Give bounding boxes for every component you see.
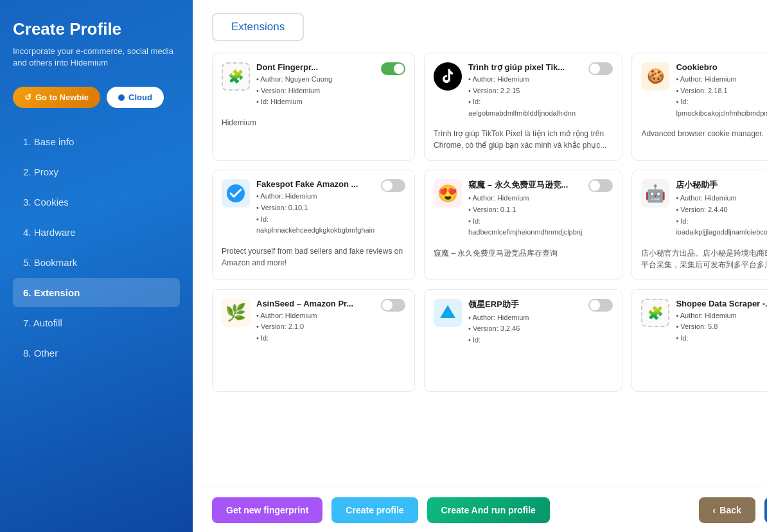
card-header: 🧩 Dont Fingerpr... • Author: Nguyen Cuon… [222, 62, 405, 108]
card-header: 🤖 店小秘助手 • Author: Hidemium • Version: 2.… [641, 179, 767, 238]
extension-version: • Version: 3.2.46 [468, 323, 582, 335]
extensions-tab[interactable]: Extensions [212, 13, 304, 41]
extension-description: Hidemium [222, 117, 405, 129]
extension-info: AsinSeed – Amazon Pr... • Author: Hidemi… [256, 299, 375, 344]
extension-id: • Id: [676, 333, 767, 344]
extension-icon-puzzle: 🧩 [222, 62, 250, 91]
sidebar-item-other[interactable]: 8. Other [13, 339, 180, 368]
card-header: 领星ERP助手 • Author: Hidemium • Version: 3.… [434, 299, 613, 346]
extension-author: • Author: Hidemium [468, 193, 582, 204]
extension-card-asinseed: 🌿 AsinSeed – Amazon Pr... • Author: Hide… [212, 289, 415, 392]
extension-toggle-fakespot[interactable] [381, 179, 405, 192]
extension-name: AsinSeed – Amazon Pr... [256, 299, 375, 308]
extension-info: 窥魔 – 永久免费亚马逊竞... • Author: Hidemium • Ve… [468, 179, 582, 238]
extension-icon-yaomo: 😍 [434, 179, 462, 208]
extension-icon-cookiebro: 🍪 [641, 62, 669, 91]
extension-icon-tiktok [434, 62, 462, 91]
extension-card-shopee: 🧩 Shopee Data Scraper -... • Author: Hid… [631, 289, 767, 392]
extension-name: 店小秘助手 [676, 179, 767, 191]
extension-author: • Author: Hidemium [256, 191, 375, 202]
extension-id: • Id: [256, 333, 375, 344]
create-and-run-button[interactable]: Create And run profile [427, 497, 550, 523]
extension-card-fakespot: Fakespot Fake Amazon ... • Author: Hidem… [212, 170, 415, 279]
extension-info: Shopee Data Scraper -... • Author: Hidem… [676, 299, 767, 344]
extension-version: • Version: 0.1.1 [468, 204, 582, 216]
extension-author: • Author: Hidemium [676, 310, 767, 322]
extension-id: • Id: ioadaikpljjlagoddljnamloiebcoopb [676, 216, 767, 238]
extension-toggle-dont-fingerprint[interactable] [381, 62, 405, 75]
extension-author: • Author: Hidemium [468, 312, 582, 324]
extension-icon-fakespot [222, 179, 250, 208]
extension-id: • Id: [468, 335, 582, 346]
extension-id: • Id: nakplnnackehceedgkgkokbgbmfghain [256, 214, 375, 236]
next-button[interactable]: Next › [764, 497, 767, 523]
app-title: Create Profile [13, 19, 180, 39]
extension-name: Trình trợ giúp pixel Tik... [468, 62, 582, 72]
card-header: 🍪 Cookiebro • Author: Hidemium • Version… [641, 62, 767, 119]
extension-version: • Version: Hidemium [256, 85, 375, 97]
bottom-action-bar: Get new fingerprint Create profile Creat… [193, 488, 767, 532]
extension-id: • Id: lpmockibcakojclnfmhcibmdpmollgn [676, 96, 767, 119]
extension-author: • Author: Hidemium [676, 193, 767, 204]
extension-description: Advanced browser cookie manager. [641, 128, 767, 139]
extension-card-dont-fingerprint: 🧩 Dont Fingerpr... • Author: Nguyen Cuon… [212, 53, 415, 161]
extension-id: • Id: Hidemium [256, 96, 375, 108]
extension-description: Protect yourself from bad sellers and fa… [222, 245, 405, 269]
extension-icon-lingxing [434, 299, 462, 327]
extension-info: 领星ERP助手 • Author: Hidemium • Version: 3.… [468, 299, 582, 346]
card-header: 🧩 Shopee Data Scraper -... • Author: Hid… [641, 299, 767, 344]
sidebar-item-cookies[interactable]: 3. Cookies [13, 188, 180, 217]
create-profile-button[interactable]: Create profile [331, 497, 418, 523]
sidebar-nav: 1. Base info 2. Proxy 3. Cookies 4. Hard… [13, 127, 180, 369]
extension-name: 领星ERP助手 [468, 299, 582, 310]
get-fingerprint-button[interactable]: Get new fingerprint [212, 497, 322, 523]
card-header: Trình trợ giúp pixel Tik... • Author: Hi… [434, 62, 613, 119]
sidebar-item-extension[interactable]: 6. Extension [13, 278, 180, 307]
extension-icon-shopee-puzzle: 🧩 [641, 299, 669, 327]
extension-id: • Id: aelgobmabdmlfmiblddfjnodalhidnn [468, 96, 582, 119]
refresh-icon: ↺ [24, 93, 31, 102]
sidebar-item-bookmark[interactable]: 5. Bookmark [13, 248, 180, 277]
extensions-grid: 🧩 Dont Fingerpr... • Author: Nguyen Cuon… [193, 41, 767, 488]
extension-toggle-trinh-tro[interactable] [588, 62, 613, 75]
extension-info: Cookiebro • Author: Hidemium • Version: … [676, 62, 767, 119]
extension-name: Shopee Data Scraper -... [676, 299, 767, 308]
extension-toggle-lingxing[interactable] [588, 299, 613, 312]
sidebar-item-hardware[interactable]: 4. Hardware [13, 218, 180, 247]
sidebar-item-autofill[interactable]: 7. Autofill [13, 308, 180, 337]
card-header: 😍 窥魔 – 永久免费亚马逊竞... • Author: Hidemium • … [434, 179, 613, 238]
extension-version: • Version: 5.8 [676, 321, 767, 333]
cloud-button[interactable]: Cloud [107, 87, 164, 108]
extension-toggle-asinseed[interactable] [381, 299, 405, 312]
extension-info: Trình trợ giúp pixel Tik... • Author: Hi… [468, 62, 582, 119]
extension-info: 店小秘助手 • Author: Hidemium • Version: 2.4.… [676, 179, 767, 238]
chevron-left-icon: ‹ [713, 505, 716, 515]
extension-author: • Author: Hidemium [676, 74, 767, 85]
extension-card-trinh-tro: Trình trợ giúp pixel Tik... • Author: Hi… [424, 53, 622, 161]
extension-card-dianxiaomi: 🤖 店小秘助手 • Author: Hidemium • Version: 2.… [631, 170, 767, 279]
sidebar-item-proxy[interactable]: 2. Proxy [13, 157, 180, 186]
sidebar: Create Profile Incorporate your e-commer… [0, 0, 193, 532]
main-content: Extensions × 🧩 Dont Fingerpr... • Author… [193, 0, 767, 532]
extension-author: • Author: Nguyen Cuong [256, 74, 375, 85]
extension-info: Fakespot Fake Amazon ... • Author: Hidem… [256, 179, 375, 236]
extension-description: 窥魔 – 永久免费亚马逊竞品库存查询 [434, 247, 613, 259]
extension-version: • Version: 2.2.15 [468, 85, 582, 97]
extension-card-cookiebro: 🍪 Cookiebro • Author: Hidemium • Version… [631, 53, 767, 161]
extension-name: Cookiebro [676, 62, 767, 72]
extension-icon-asinseed: 🌿 [222, 299, 250, 327]
app-subtitle: Incorporate your e-commerce, social medi… [13, 46, 180, 69]
go-to-newbie-button[interactable]: ↺ Go to Newbie [13, 87, 100, 108]
extension-version: • Version: 2.1.0 [256, 321, 375, 333]
extension-toggle-yaomo[interactable] [588, 179, 613, 192]
sidebar-action-buttons: ↺ Go to Newbie Cloud [13, 87, 180, 108]
extension-card-yaomo: 😍 窥魔 – 永久免费亚马逊竞... • Author: Hidemium • … [424, 170, 622, 279]
card-header: Fakespot Fake Amazon ... • Author: Hidem… [222, 179, 405, 236]
sidebar-item-base-info[interactable]: 1. Base info [13, 127, 180, 156]
back-button[interactable]: ‹ Back [699, 497, 755, 523]
extension-version: • Version: 2.4.40 [676, 204, 767, 216]
extension-version: • Version: 2.18.1 [676, 85, 767, 97]
extension-card-lingxing: 领星ERP助手 • Author: Hidemium • Version: 3.… [424, 289, 622, 392]
main-header: Extensions × [193, 0, 767, 41]
svg-marker-1 [440, 305, 455, 318]
